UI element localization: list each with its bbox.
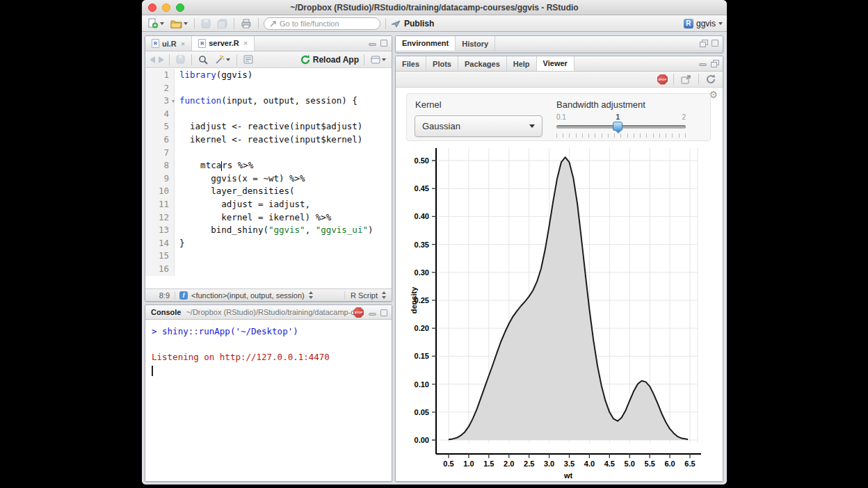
tab-history[interactable]: History — [456, 36, 495, 51]
zoom-window-button[interactable] — [176, 3, 184, 12]
minimize-pane-icon[interactable] — [369, 313, 376, 316]
line-number: 13 — [145, 224, 175, 237]
close-window-button[interactable] — [148, 3, 156, 12]
open-in-new-window-button[interactable] — [680, 72, 693, 86]
maximize-pane-icon[interactable] — [380, 40, 387, 47]
console-lines: > shiny::runApp('~/Desktop') Listening o… — [152, 325, 385, 364]
save-all-icon — [217, 19, 227, 29]
viewer-tab-bar: Files Plots Packages Help Viewer — [396, 56, 723, 72]
line-number: 7 — [145, 147, 175, 160]
console-caret — [152, 366, 153, 376]
scope-selector[interactable]: f <function>(input, output, session) — [175, 291, 344, 300]
reload-label: Reload App — [313, 55, 359, 65]
line-number: 10 — [145, 185, 175, 198]
refresh-button[interactable] — [705, 72, 717, 86]
interrupt-stop-icon[interactable]: STOP — [353, 307, 364, 318]
close-icon[interactable]: × — [243, 39, 248, 47]
console-path: ~/Dropbox (RStudio)/RStudio/training/dat… — [186, 308, 359, 316]
new-file-button[interactable] — [146, 17, 166, 31]
find-replace-button[interactable] — [197, 53, 209, 67]
code-text — [175, 263, 185, 276]
kernel-value: Gaussian — [422, 121, 460, 131]
function-badge-icon: f — [179, 291, 188, 300]
minimize-pane-icon[interactable] — [699, 63, 707, 66]
svg-text:3.0: 3.0 — [544, 459, 554, 468]
stop-app-icon[interactable]: STOP — [657, 74, 668, 85]
code-editor[interactable]: 1library(ggvis)2 3▾function(input, outpu… — [145, 69, 392, 288]
maximize-pane-icon[interactable] — [712, 40, 718, 47]
svg-text:6.0: 6.0 — [664, 459, 675, 468]
tab-environment[interactable]: Environment — [396, 36, 456, 51]
save-all-button[interactable] — [216, 17, 229, 31]
restore-pane-icon[interactable] — [700, 40, 707, 47]
slider-track[interactable] — [556, 125, 686, 129]
tab-label: Help — [513, 60, 530, 68]
tab-help[interactable]: Help — [507, 56, 537, 71]
updown-icon — [381, 291, 386, 299]
code-text — [175, 250, 185, 263]
compile-notebook-button[interactable] — [242, 53, 255, 67]
r-file-icon: R — [198, 39, 206, 48]
code-text: adjust = iadjust, — [175, 198, 310, 211]
console-title: Console — [151, 308, 181, 316]
tab-plots[interactable]: Plots — [426, 56, 458, 71]
svg-text:0.45: 0.45 — [415, 184, 429, 193]
console-output[interactable]: > shiny::runApp('~/Desktop') Listening o… — [145, 320, 392, 481]
updown-icon — [308, 291, 313, 299]
back-icon[interactable] — [150, 56, 155, 63]
tab-viewer[interactable]: Viewer — [537, 56, 574, 71]
tab-label: Packages — [465, 60, 500, 68]
code-text: } — [175, 237, 185, 250]
toolbar-separator — [234, 18, 234, 29]
save-button[interactable] — [200, 17, 212, 31]
tab-label: server.R — [209, 39, 239, 47]
forward-icon[interactable] — [159, 56, 164, 63]
main-toolbar: Go to file/function Publish R ggvis — [142, 15, 727, 32]
restore-pane-icon[interactable] — [711, 60, 718, 67]
tab-packages[interactable]: Packages — [458, 56, 507, 71]
close-icon[interactable]: × — [181, 40, 185, 48]
pane-window-controls — [369, 309, 387, 316]
traffic-lights — [148, 3, 184, 12]
tab-ui-r[interactable]: R ui.R × — [145, 36, 192, 51]
bandwidth-slider[interactable]: 0.1 1 2 — [556, 113, 686, 140]
kernel-select[interactable]: Gaussian — [415, 115, 542, 137]
console-line: > shiny::runApp('~/Desktop') — [152, 325, 385, 339]
reload-app-button[interactable]: Reload App — [300, 55, 359, 65]
maximize-pane-icon[interactable] — [380, 309, 387, 316]
publish-label: Publish — [404, 19, 434, 29]
toolbar-separator — [169, 54, 170, 65]
code-line: 2 — [145, 82, 392, 95]
source-tab-bar: R ui.R × R server.R × — [145, 36, 392, 51]
project-menu-button[interactable]: R ggvis — [684, 19, 723, 29]
console-pane: Console ~/Dropbox (RStudio)/RStudio/trai… — [145, 304, 392, 482]
svg-text:6.5: 6.5 — [684, 459, 695, 468]
line-number: 4 — [145, 108, 175, 121]
tab-server-r[interactable]: R server.R × — [192, 36, 255, 51]
code-tools-button[interactable] — [213, 53, 232, 67]
print-button[interactable] — [239, 17, 253, 31]
line-number: 5 — [145, 120, 175, 133]
publish-button[interactable]: Publish — [391, 19, 434, 29]
refresh-icon — [706, 74, 716, 84]
code-line: 5 iadjust <- reactive(input$adjust) — [145, 120, 392, 133]
code-text: library(ggvis) — [175, 69, 252, 82]
file-type-selector[interactable]: R Script — [344, 291, 392, 300]
source-menu-button[interactable] — [369, 53, 387, 67]
search-icon — [198, 55, 208, 65]
notebook-icon — [243, 55, 253, 64]
pane-window-controls — [699, 60, 718, 67]
svg-text:0.50: 0.50 — [415, 156, 429, 165]
open-file-button[interactable] — [169, 17, 189, 31]
tab-files[interactable]: Files — [396, 56, 426, 71]
code-line: 8 mtcars %>% — [145, 159, 392, 172]
slider-handle[interactable] — [613, 122, 622, 131]
minimize-pane-icon[interactable] — [369, 43, 376, 46]
chevron-down-icon — [718, 22, 723, 25]
save-button[interactable] — [175, 53, 186, 67]
environment-tab-bar: Environment History — [396, 36, 723, 51]
fold-arrow-icon[interactable]: ▾ — [172, 95, 175, 108]
goto-file-input[interactable]: Go to file/function — [264, 17, 380, 30]
minimize-window-button[interactable] — [162, 3, 170, 12]
svg-text:5.0: 5.0 — [625, 459, 635, 468]
